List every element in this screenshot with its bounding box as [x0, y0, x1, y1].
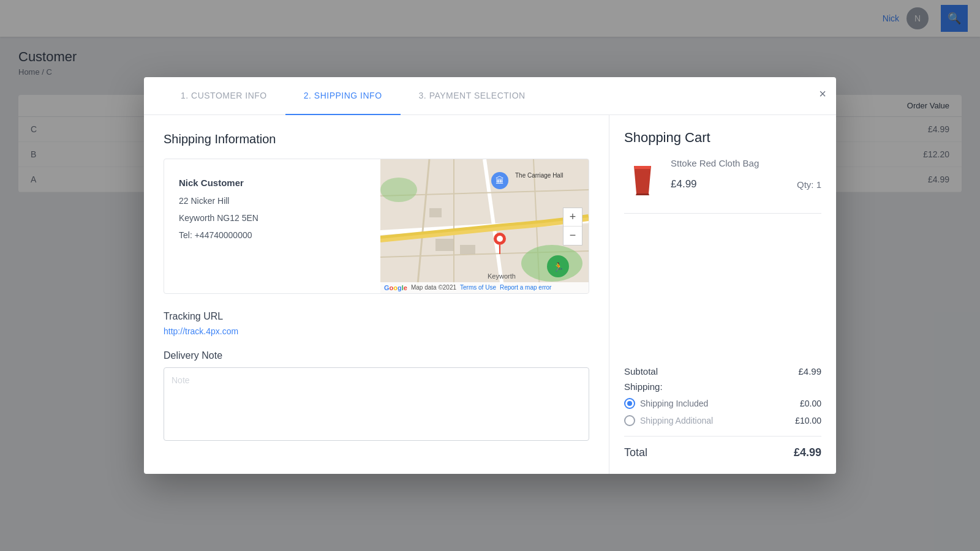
subtotal-label: Subtotal: [624, 366, 658, 377]
map-data-text: Map data ©2021: [411, 284, 456, 291]
product-info: Sttoke Red Cloth Bag £4.99 Qty: 1: [671, 158, 821, 190]
total-row: Total £4.99: [624, 436, 821, 459]
total-label: Total: [624, 446, 647, 459]
shipping-info-box: Nick Customer 22 Nicker Hill Keyworth NG…: [164, 159, 589, 294]
shipping-additional-left: Shipping Additional: [624, 415, 713, 426]
order-summary: Subtotal £4.99 Shipping: Shipping Includ…: [624, 366, 821, 459]
shipping-included-option[interactable]: Shipping Included £0.00: [624, 398, 821, 409]
svg-text:🏃: 🏃: [553, 262, 564, 272]
svg-text:🏛: 🏛: [496, 176, 504, 186]
shipping-additional-value: £10.00: [795, 416, 821, 425]
cart-title: Shopping Cart: [624, 130, 821, 146]
customer-tel: Tel: +44740000000: [179, 227, 366, 244]
delivery-label: Delivery Note: [164, 350, 589, 361]
tab-payment-selection[interactable]: 3. PAYMENT SELECTION: [401, 77, 544, 115]
tracking-section: Tracking URL http://track.4px.com: [164, 311, 589, 337]
subtotal-value: £4.99: [798, 366, 821, 377]
customer-name: Nick Customer: [179, 174, 366, 192]
modal: × 1. CUSTOMER INFO 2. SHIPPING INFO 3. P…: [144, 77, 836, 474]
shipping-section-label: Shipping:: [624, 381, 821, 392]
modal-tabs: 1. CUSTOMER INFO 2. SHIPPING INFO 3. PAY…: [144, 77, 836, 115]
section-title: Shipping Information: [164, 132, 589, 146]
shipping-additional-label: Shipping Additional: [640, 416, 713, 425]
map-terms-link[interactable]: Terms of Use: [460, 284, 496, 291]
svg-point-10: [380, 178, 417, 202]
map-controls: + −: [563, 208, 582, 246]
tab-customer-info[interactable]: 1. CUSTOMER INFO: [162, 77, 285, 115]
map-zoom-in-button[interactable]: +: [564, 208, 582, 227]
right-panel: Shopping Cart Sttoke Red Cloth Bag: [609, 115, 836, 474]
address-line-2: Keyworth NG12 5EN: [179, 209, 366, 227]
product-image: [624, 158, 661, 201]
total-value: £4.99: [794, 446, 821, 459]
map-svg: 🏛 The Carriage Hall 🏃 Keyworth: [380, 159, 589, 291]
radio-dot: [627, 401, 632, 406]
tracking-url-link[interactable]: http://track.4px.com: [164, 326, 238, 336]
product-price-row: £4.99 Qty: 1: [671, 178, 821, 190]
product-item: Sttoke Red Cloth Bag £4.99 Qty: 1: [624, 158, 821, 214]
map-block: 🏛 The Carriage Hall 🏃 Keyworth: [380, 159, 589, 293]
shipping-included-label: Shipping Included: [640, 399, 708, 408]
product-price: £4.99: [671, 178, 697, 190]
address-block: Nick Customer 22 Nicker Hill Keyworth NG…: [164, 159, 380, 293]
modal-overlay: × 1. CUSTOMER INFO 2. SHIPPING INFO 3. P…: [0, 0, 980, 551]
map-report-link[interactable]: Report a map error: [500, 284, 551, 291]
svg-rect-13: [429, 208, 442, 217]
modal-close-button[interactable]: ×: [819, 87, 826, 101]
svg-point-20: [497, 236, 503, 242]
tracking-label: Tracking URL: [164, 311, 589, 322]
shipping-included-radio[interactable]: [624, 398, 635, 409]
shipping-included-value: £0.00: [800, 399, 821, 408]
product-qty: Qty: 1: [797, 179, 821, 190]
svg-text:The Carriage Hall: The Carriage Hall: [515, 172, 563, 179]
address-line-1: 22 Nicker Hill: [179, 192, 366, 209]
left-panel: Shipping Information Nick Customer 22 Ni…: [144, 115, 609, 474]
svg-rect-12: [460, 245, 475, 254]
svg-rect-11: [435, 239, 454, 251]
svg-text:Keyworth: Keyworth: [488, 272, 516, 280]
delivery-section: Delivery Note: [164, 350, 589, 443]
google-logo: Google: [384, 284, 407, 291]
delivery-note-textarea[interactable]: [164, 367, 589, 441]
product-name: Sttoke Red Cloth Bag: [671, 158, 821, 168]
shipping-included-left: Shipping Included: [624, 398, 708, 409]
product-cup-icon: [630, 163, 655, 197]
shipping-additional-radio[interactable]: [624, 415, 635, 426]
map-zoom-out-button[interactable]: −: [564, 227, 582, 245]
map-footer: Google Map data ©2021 Terms of Use Repor…: [380, 282, 589, 293]
subtotal-row: Subtotal £4.99: [624, 366, 821, 377]
modal-body: Shipping Information Nick Customer 22 Ni…: [144, 115, 836, 474]
shipping-additional-option[interactable]: Shipping Additional £10.00: [624, 415, 821, 426]
tab-shipping-info[interactable]: 2. SHIPPING INFO: [285, 77, 401, 115]
